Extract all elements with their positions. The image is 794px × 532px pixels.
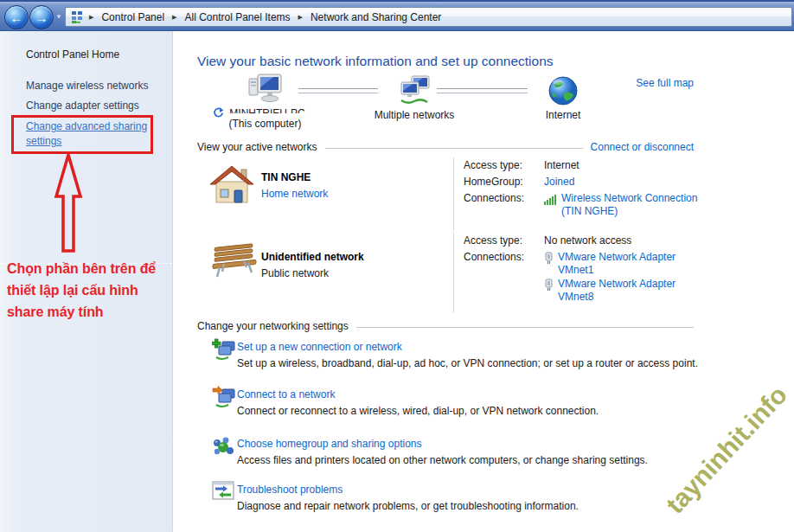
computer-name-label: MINHTRIEU-PC <box>226 107 309 113</box>
annotation-line: share máy tính <box>7 301 173 323</box>
back-arrow-icon: ← <box>10 10 23 25</box>
annotation-text: Chọn phần bên trên để thiết lập lại cấu … <box>7 258 173 323</box>
this-computer-icon[interactable] <box>247 73 285 107</box>
troubleshoot-problems-desc: Diagnose and repair network problems, or… <box>237 500 579 512</box>
explorer-toolbar: ← → ▼ ▶ Control Panel ▶ All Control Pane… <box>0 0 794 31</box>
vmnet1-adapter-link[interactable]: VMware Network Adapter VMnet1 <box>558 251 696 277</box>
homegroup-joined-link[interactable]: Joined <box>544 176 694 188</box>
connections-label: Connections: <box>464 251 544 304</box>
breadcrumb-arrow[interactable]: ▶ <box>167 14 182 21</box>
wireless-connection-link[interactable]: Wireless Network Connection (TIN NGHE) <box>561 192 700 218</box>
active-networks-title: View your active networks <box>197 141 317 153</box>
address-bar[interactable]: ▶ Control Panel ▶ All Control Panel Item… <box>65 7 792 27</box>
homegroup-options-link[interactable]: Choose homegroup and sharing options <box>237 438 421 450</box>
troubleshoot-problems-link[interactable]: Troubleshoot problems <box>237 484 343 496</box>
header-rule <box>356 327 694 328</box>
see-full-map-link[interactable]: See full map <box>636 77 694 89</box>
network-adapter-icon <box>544 252 554 265</box>
connect-network-icon <box>212 386 236 408</box>
annotation-highlight-box <box>11 115 153 154</box>
networking-settings-title: Change your networking settings <box>197 320 349 332</box>
network-details: Access type: Internet HomeGroup: Joined … <box>464 159 694 223</box>
network-center-icon <box>70 10 84 24</box>
internet-label: Internet <box>528 109 598 121</box>
details-divider <box>453 157 454 230</box>
history-dropdown-icon[interactable]: ▼ <box>55 13 62 21</box>
networking-settings-header: Change your networking settings <box>197 320 694 332</box>
network-name: Unidentified network <box>261 251 364 263</box>
annotation-line: thiết lập lại cấu hình <box>7 279 173 301</box>
forward-button[interactable]: → <box>29 5 54 29</box>
active-network-row-home: TIN NGHE Home network Access type: Inter… <box>197 157 694 230</box>
this-computer-caption: (This computer) <box>202 118 328 130</box>
access-type-value: Internet <box>544 159 694 171</box>
home-network-house-icon <box>209 164 254 206</box>
homegroup-label: HomeGroup: <box>464 176 544 188</box>
connect-to-network-desc: Connect or reconnect to a wireless, wire… <box>237 405 599 417</box>
sidebar-item-control-panel-home[interactable]: Control Panel Home <box>26 48 119 61</box>
setup-new-connection-link[interactable]: Set up a new connection or network <box>237 341 402 353</box>
forward-arrow-icon: → <box>35 10 48 25</box>
sidebar-item-change-adapter[interactable]: Change adapter settings <box>26 99 139 112</box>
multiple-networks-icon[interactable] <box>396 74 432 106</box>
access-type-label: Access type: <box>464 159 544 171</box>
breadcrumb-arrow[interactable]: ▶ <box>84 14 99 21</box>
breadcrumb-network-sharing[interactable]: Network and Sharing Center <box>308 11 444 23</box>
multiple-networks-label: Multiple networks <box>362 109 467 121</box>
public-network-bench-icon <box>209 240 258 279</box>
network-category: Public network <box>261 267 329 279</box>
active-networks-header: View your active networks Connect or dis… <box>197 141 694 153</box>
breadcrumb-arrow[interactable]: ▶ <box>293 14 308 21</box>
details-divider <box>453 233 454 312</box>
back-button[interactable]: ← <box>4 5 29 29</box>
homegroup-options-desc: Access files and printers located on oth… <box>237 454 648 466</box>
troubleshoot-icon <box>212 481 234 502</box>
homegroup-icon <box>212 435 234 458</box>
annotation-line: Chọn phần bên trên để <box>7 258 173 279</box>
access-type-value: No network access <box>544 234 694 247</box>
connect-or-disconnect-link[interactable]: Connect or disconnect <box>591 141 694 153</box>
network-name: TIN NGHE <box>261 171 311 183</box>
network-category-link[interactable]: Home network <box>261 188 328 200</box>
task-pane-sidebar: Control Panel Home Manage wireless netwo… <box>0 31 173 532</box>
active-network-row-public: Unidentified network Public network Acce… <box>197 233 694 312</box>
connect-to-network-link[interactable]: Connect to a network <box>237 388 335 401</box>
wifi-signal-icon <box>544 194 557 205</box>
map-connector-line <box>298 88 378 93</box>
map-connector-line <box>437 88 528 93</box>
page-title: View your basic network information and … <box>197 54 554 69</box>
new-connection-icon <box>212 338 236 361</box>
network-details: Access type: No network access Connectio… <box>464 234 694 309</box>
network-sharing-center-window: ← → ▼ ▶ Control Panel ▶ All Control Pane… <box>0 0 794 532</box>
sidebar-item-manage-wireless[interactable]: Manage wireless networks <box>26 80 148 92</box>
annotation-up-arrow <box>53 153 84 253</box>
vmnet8-adapter-link[interactable]: VMware Network Adapter VMnet8 <box>558 278 696 304</box>
task-setup-new-connection: Set up a new connection or network Set u… <box>212 337 785 381</box>
internet-globe-icon[interactable] <box>547 75 579 106</box>
breadcrumb-control-panel[interactable]: Control Panel <box>99 11 167 23</box>
network-adapter-icon <box>544 279 554 292</box>
task-connect-to-network: Connect to a network Connect or reconnec… <box>212 385 785 428</box>
header-rule <box>325 148 583 149</box>
breadcrumb-all-items[interactable]: All Control Panel Items <box>182 11 293 23</box>
setup-new-connection-desc: Set up a wireless, broadband, dial-up, a… <box>237 357 698 369</box>
connections-label: Connections: <box>464 192 544 219</box>
access-type-label: Access type: <box>464 234 544 247</box>
